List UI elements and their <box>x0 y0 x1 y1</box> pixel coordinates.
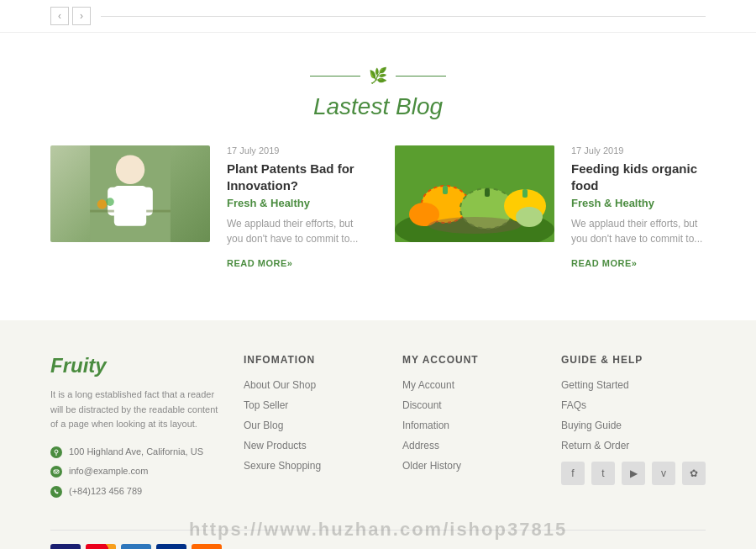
phone-icon <box>50 486 62 498</box>
svg-point-22 <box>55 450 58 453</box>
blog-section: 🌿 Lastest Blog <box>0 33 756 320</box>
location-icon <box>50 446 62 458</box>
youtube-icon[interactable]: ▶ <box>622 462 645 485</box>
blog-post-title-2: Feeding kids organic food <box>571 161 706 193</box>
svg-rect-5 <box>90 210 114 213</box>
footer-col-information: INFOMATION About Our Shop Top Seller Our… <box>244 354 377 504</box>
blog-excerpt-2: We applaud their efforts, but you don't … <box>571 216 706 246</box>
social-icons: f t ▶ v ✿ <box>561 462 706 485</box>
footer-link-topseller[interactable]: Top Seller <box>244 399 377 411</box>
visa-icon: VISA <box>50 544 81 549</box>
brand-name: Fruity <box>50 354 218 377</box>
footer-link-newproducts[interactable]: New Products <box>244 440 377 451</box>
footer-col-title-information: INFOMATION <box>244 354 377 366</box>
blog-excerpt-1: We applaud their efforts, but you don't … <box>227 216 361 246</box>
svg-rect-18 <box>522 189 528 198</box>
blog-date-1: 17 July 2019 <box>227 145 361 156</box>
svg-point-7 <box>97 199 108 209</box>
footer-col-title-guide: GUIDE & HELP <box>561 354 706 366</box>
email-icon <box>50 466 62 478</box>
footer-link-history[interactable]: Older History <box>402 460 536 472</box>
prev-arrow-button[interactable]: ‹ <box>50 7 69 25</box>
blog-grid: 17 July 2019 Plant Patents Bad for Innov… <box>50 145 706 270</box>
address-text: 100 Highland Ave, California, US <box>69 446 203 458</box>
discover-icon: D <box>192 544 222 549</box>
contact-address: 100 Highland Ave, California, US <box>50 446 218 458</box>
footer-link-about[interactable]: About Our Shop <box>244 379 377 391</box>
blog-header-line-left <box>310 76 360 77</box>
footer-bottom: VISA AE PP D © 2019 by ShopiLaunch. All … <box>50 530 706 549</box>
footer-link-buyingguide[interactable]: Buying Guide <box>561 420 706 431</box>
payment-icons: VISA AE PP D <box>50 544 222 549</box>
twitter-icon[interactable]: t <box>591 462 615 485</box>
blog-image-1 <box>50 145 210 242</box>
footer-link-secure[interactable]: Sexure Shopping <box>244 460 377 472</box>
blog-header-line-right <box>396 76 446 77</box>
svg-point-21 <box>428 217 521 234</box>
svg-rect-6 <box>146 210 171 213</box>
footer-link-blog[interactable]: Our Blog <box>244 420 377 431</box>
blog-date-2: 17 July 2019 <box>571 145 706 156</box>
footer-brand: Fruity It is a long established fact tha… <box>50 354 218 504</box>
leaf-icon: 🌿 <box>369 66 387 85</box>
blog-category-2: Fresh & Healthy <box>571 197 706 209</box>
footer-col-account: MY ACCOUNT My Account Discount Infomatio… <box>402 354 536 504</box>
footer-link-myaccount[interactable]: My Account <box>402 379 536 391</box>
footer-link-gettingstarted[interactable]: Getting Started <box>561 379 706 391</box>
vimeo-icon[interactable]: v <box>652 462 675 485</box>
email-text: info@example.com <box>69 465 148 478</box>
paypal-icon: PP <box>156 544 186 549</box>
contact-email: info@example.com <box>50 465 218 478</box>
read-more-2[interactable]: READ MORE» <box>571 258 637 268</box>
blog-content-2: 17 July 2019 Feeding kids organic food F… <box>571 145 706 270</box>
next-arrow-button[interactable]: › <box>72 7 91 25</box>
phone-text: (+84)123 456 789 <box>69 485 142 498</box>
footer-col-title-account: MY ACCOUNT <box>402 354 536 366</box>
amex-icon: AE <box>121 544 151 549</box>
svg-point-1 <box>116 156 145 185</box>
footer: Fruity It is a long established fact tha… <box>0 320 756 549</box>
blog-header: 🌿 <box>50 66 706 85</box>
svg-rect-16 <box>485 188 490 197</box>
blog-section-title: Lastest Blog <box>50 93 706 120</box>
svg-rect-13 <box>443 186 448 194</box>
blog-category-1: Fresh & Healthy <box>227 197 361 209</box>
read-more-1[interactable]: READ MORE» <box>227 258 292 268</box>
facebook-icon[interactable]: f <box>561 462 585 485</box>
blog-image-2 <box>395 145 554 242</box>
footer-link-discount[interactable]: Discount <box>402 399 536 411</box>
footer-col-guide: GUIDE & HELP Getting Started FAQs Buying… <box>561 354 706 504</box>
blog-post-title-1: Plant Patents Bad for Innovation? <box>227 161 361 193</box>
blog-content-1: 17 July 2019 Plant Patents Bad for Innov… <box>227 145 361 270</box>
footer-link-faqs[interactable]: FAQs <box>561 399 706 411</box>
blog-card-1: 17 July 2019 Plant Patents Bad for Innov… <box>50 145 361 270</box>
pinterest-icon[interactable]: ✿ <box>682 462 706 485</box>
svg-point-8 <box>106 198 114 206</box>
mastercard-icon <box>86 544 116 549</box>
footer-link-return[interactable]: Return & Order <box>561 440 706 451</box>
footer-link-information[interactable]: Infomation <box>402 420 536 431</box>
brand-desc: It is a long established fact that a rea… <box>50 388 218 432</box>
blog-card-2: 17 July 2019 Feeding kids organic food F… <box>395 145 706 270</box>
footer-link-address[interactable]: Address <box>402 440 536 451</box>
contact-phone: (+84)123 456 789 <box>50 485 218 498</box>
